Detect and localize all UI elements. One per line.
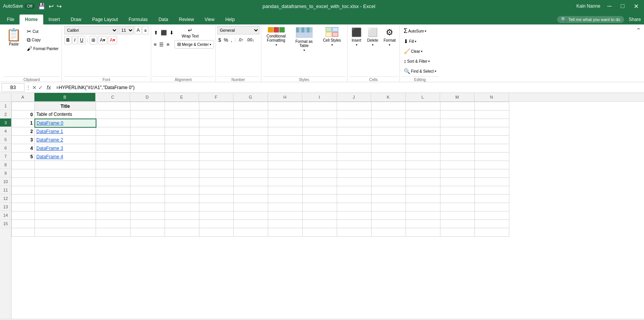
italic-button[interactable]: I — [72, 36, 77, 44]
tab-file[interactable]: File — [2, 15, 20, 24]
cell-l4[interactable] — [406, 127, 440, 136]
cell-n2[interactable] — [475, 110, 509, 119]
insert-dropdown-icon[interactable]: ▾ — [356, 43, 357, 47]
insert-cells-button[interactable]: ⬛ Insert ▾ — [349, 26, 364, 48]
tab-formulas[interactable]: Formulas — [123, 15, 153, 24]
cell-c4[interactable] — [96, 127, 130, 136]
confirm-icon[interactable]: ✓ — [38, 84, 43, 91]
align-bottom-button[interactable]: ⬇ — [168, 29, 175, 37]
cell-h1[interactable] — [268, 102, 303, 110]
cell-m2[interactable] — [440, 110, 475, 119]
cell-a6[interactable]: 4 — [12, 144, 35, 153]
cell-i6[interactable] — [303, 144, 337, 153]
row-num-3[interactable]: 3 — [0, 119, 11, 127]
cell-a4[interactable]: 2 — [12, 127, 35, 136]
fill-color-button[interactable]: A▾ — [98, 36, 107, 44]
cell-b6[interactable]: DataFrame 3 — [35, 144, 96, 153]
col-header-g[interactable]: G — [233, 93, 268, 101]
clear-button[interactable]: 🧹 Clear ▾ — [401, 47, 425, 56]
collapse-ribbon-icon[interactable]: ⌃ — [636, 27, 641, 34]
cell-l6[interactable] — [406, 144, 440, 153]
cell-n3[interactable] — [475, 119, 509, 127]
tab-insert[interactable]: Insert — [43, 15, 65, 24]
delete-dropdown-icon[interactable]: ▾ — [372, 43, 373, 47]
format-as-table-dropdown-icon[interactable]: ▾ — [303, 49, 305, 52]
cell-g1[interactable] — [234, 102, 268, 110]
delete-cells-button[interactable]: ⬜ Delete ▾ — [365, 26, 381, 48]
cell-m7[interactable] — [440, 153, 475, 161]
col-header-l[interactable]: L — [406, 93, 440, 101]
cell-a8[interactable] — [12, 161, 35, 169]
cancel-icon[interactable]: ✕ — [32, 84, 37, 91]
cell-e7[interactable] — [165, 153, 199, 161]
cell-d3[interactable] — [130, 119, 165, 127]
cell-a2[interactable]: 0 — [12, 110, 35, 119]
formula-bar-options-icon[interactable]: ⋮ — [26, 85, 31, 90]
format-dropdown-icon[interactable]: ▾ — [389, 43, 390, 47]
cell-d2[interactable] — [130, 110, 165, 119]
cell-f7[interactable] — [199, 153, 234, 161]
col-header-i[interactable]: I — [302, 93, 337, 101]
row-num-11[interactable]: 11 — [0, 186, 11, 194]
cell-k4[interactable] — [372, 127, 406, 136]
undo-icon[interactable]: ↩ — [49, 3, 54, 10]
cell-j2[interactable] — [337, 110, 372, 119]
format-painter-button[interactable]: 🖌 Format Painter — [25, 45, 60, 52]
autosave-state[interactable]: Off — [24, 3, 34, 9]
cell-j7[interactable] — [337, 153, 372, 161]
tell-me-box[interactable]: 🔍 Tell me what you want to do — [557, 16, 624, 23]
cell-n5[interactable] — [475, 136, 509, 144]
cell-a3[interactable]: 1 — [12, 119, 35, 127]
font-color-button[interactable]: A▾ — [108, 36, 117, 44]
row-num-12[interactable]: 12 — [0, 194, 11, 203]
tab-view[interactable]: View — [199, 15, 220, 24]
tab-review[interactable]: Review — [173, 15, 199, 24]
copy-button[interactable]: ⧉ Copy — [25, 36, 60, 44]
align-middle-button[interactable]: ⬛ — [160, 29, 168, 37]
cell-k3[interactable] — [372, 119, 406, 127]
cell-f2[interactable] — [199, 110, 234, 119]
cell-n7[interactable] — [475, 153, 509, 161]
cell-d4[interactable] — [130, 127, 165, 136]
col-header-k[interactable]: K — [371, 93, 406, 101]
row-num-15[interactable]: 15 — [0, 219, 11, 228]
cell-l2[interactable] — [406, 110, 440, 119]
tab-page-layout[interactable]: Page Layout — [87, 15, 123, 24]
cell-e4[interactable] — [165, 127, 199, 136]
cell-m6[interactable] — [440, 144, 475, 153]
close-button[interactable]: ✕ — [631, 2, 641, 11]
cell-c7[interactable] — [96, 153, 130, 161]
cell-j4[interactable] — [337, 127, 372, 136]
cell-c5[interactable] — [96, 136, 130, 144]
formula-input[interactable]: =HYPERLINK("#1!A1","DataFrame 0") — [55, 84, 642, 91]
cell-f5[interactable] — [199, 136, 234, 144]
conditional-formatting-button[interactable]: ConditionalFormatting ▾ — [263, 26, 290, 48]
cell-i1[interactable] — [303, 102, 337, 110]
cell-i5[interactable] — [303, 136, 337, 144]
cell-c3[interactable] — [96, 119, 130, 127]
row-num-2[interactable]: 2 — [0, 110, 11, 119]
cell-h4[interactable] — [268, 127, 303, 136]
cell-m4[interactable] — [440, 127, 475, 136]
borders-button[interactable]: ⊞ — [90, 36, 97, 44]
cell-j5[interactable] — [337, 136, 372, 144]
cell-j6[interactable] — [337, 144, 372, 153]
col-header-e[interactable]: E — [165, 93, 199, 101]
cell-reference-input[interactable]: B3 — [2, 83, 24, 92]
wrap-text-button[interactable]: ↵ Wrap Text — [179, 26, 202, 39]
dollar-button[interactable]: $ — [217, 36, 222, 44]
row-num-13[interactable]: 13 — [0, 203, 11, 211]
cell-k6[interactable] — [372, 144, 406, 153]
autosum-button[interactable]: Σ AutoSum ▾ — [401, 26, 429, 36]
cell-b2[interactable]: Table of Contents — [35, 110, 96, 119]
cell-b8[interactable] — [35, 161, 96, 169]
cell-c2[interactable] — [96, 110, 130, 119]
cell-j3[interactable] — [337, 119, 372, 127]
cell-h7[interactable] — [268, 153, 303, 161]
row-num-14[interactable]: 14 — [0, 211, 11, 219]
grid[interactable]: Title — [11, 102, 644, 319]
col-header-j[interactable]: J — [337, 93, 371, 101]
clear-dropdown-icon[interactable]: ▾ — [421, 50, 422, 53]
align-left-button[interactable]: ≡ — [153, 41, 158, 48]
save-icon[interactable]: 💾 — [38, 3, 46, 10]
